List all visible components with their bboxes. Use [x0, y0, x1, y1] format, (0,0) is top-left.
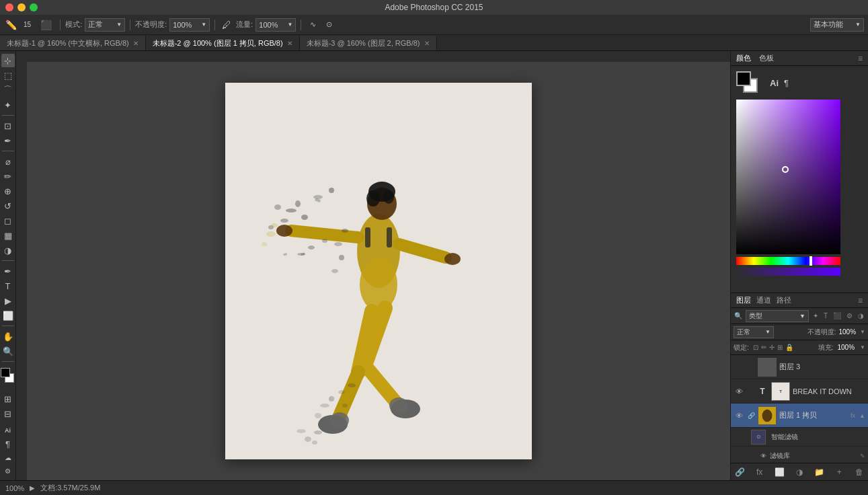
layer-item-layer1-copy[interactable]: 👁 🔗 图层 1 拷贝 fx ▲ [731, 404, 868, 428]
layer1copy-arrow[interactable]: ▲ [859, 412, 865, 419]
layer-adjustment-button[interactable]: ◑ [793, 466, 805, 478]
swatch-tab[interactable]: 色板 [759, 53, 774, 63]
svg-point-22 [295, 200, 301, 207]
text-layer-visibility[interactable]: 👁 [734, 386, 744, 397]
tab-2-close[interactable]: ✕ [424, 40, 430, 47]
canvas-viewport[interactable] [27, 62, 730, 480]
color-spectrum[interactable] [736, 100, 840, 254]
filter-icon-4[interactable]: ⚙ [846, 312, 853, 319]
shape-tool[interactable]: ⬜ [1, 309, 15, 322]
color-chips[interactable] [1, 368, 15, 388]
hue-bar[interactable] [736, 257, 840, 265]
brush-size[interactable]: 15 [20, 20, 34, 30]
tab-0-close[interactable]: ✕ [133, 40, 139, 47]
layers-tab[interactable]: 图层 [736, 295, 751, 305]
zoom-tool[interactable]: 🔍 [1, 344, 15, 358]
lock-transparent-icon[interactable]: ⊡ [753, 344, 758, 351]
fill-arrow[interactable]: ▼ [860, 344, 865, 350]
flow-dropdown[interactable]: 100% ▼ [255, 18, 296, 32]
tab-1-close[interactable]: ✕ [287, 40, 292, 47]
opacity-arrow[interactable]: ▼ [860, 329, 865, 335]
layer-link-button[interactable]: 🔗 [734, 466, 746, 478]
quick-mask-tool[interactable]: ⊞ [1, 392, 15, 406]
path-select-tool[interactable]: ▶ [1, 294, 15, 307]
brush-tool-icon[interactable]: ✏️ [4, 18, 17, 32]
sublayer-filterlibrary[interactable]: 👁 滤镜库 ✎ [731, 447, 868, 463]
filter-type-dropdown[interactable]: 类型 ▼ [746, 310, 809, 322]
gradient-tool[interactable]: ▦ [1, 229, 15, 242]
blend-mode-dropdown[interactable]: 正常 ▼ [734, 326, 774, 338]
pressure-icon[interactable]: ⊙ [322, 18, 336, 32]
opacity-dropdown[interactable]: 100% ▼ [169, 18, 210, 32]
svg-point-45 [315, 413, 321, 418]
minimize-button[interactable] [17, 3, 26, 11]
layer-new-button[interactable]: + [833, 466, 845, 478]
filter-icon-1[interactable]: ✦ [813, 312, 818, 319]
lock-position-icon[interactable]: ✛ [769, 344, 775, 351]
airbrush-icon[interactable]: 🖊 [220, 18, 233, 32]
layer-group-button[interactable]: 📁 [814, 466, 826, 478]
layer-item-layer3[interactable]: 👁 图层 3 [731, 355, 868, 379]
channels-tab[interactable]: 通道 [756, 295, 771, 305]
screen-mode-tool[interactable]: ⊟ [1, 407, 15, 420]
mode-dropdown[interactable]: 正常 ▼ [85, 18, 125, 32]
spectrum-area[interactable] [731, 97, 868, 278]
eraser-tool[interactable]: ◻ [1, 214, 15, 227]
layer-mask-button[interactable]: ⬜ [773, 466, 785, 478]
crop-tool[interactable]: ⊡ [1, 119, 15, 132]
smoothing-icon[interactable]: ∿ [306, 18, 319, 32]
layer-item-text[interactable]: 👁 T T BREAK IT DOWN [731, 379, 868, 404]
pen-tool[interactable]: ✒ [1, 264, 15, 278]
eyedropper-tool[interactable]: ✒ [1, 134, 15, 147]
fg-color[interactable] [1, 368, 10, 377]
lock-artboard-icon[interactable]: ⊞ [777, 344, 783, 351]
sep4 [301, 20, 301, 30]
filter-icon-2[interactable]: T [824, 312, 828, 319]
paragraph-icon[interactable]: ¶ [1, 437, 15, 451]
text-tool[interactable]: T [1, 279, 15, 293]
maximize-button[interactable] [30, 3, 38, 11]
zoom-icon[interactable]: ▶ [30, 484, 35, 492]
clone-stamp-tool[interactable]: ⊕ [1, 184, 15, 198]
filter-icon-5[interactable]: ◑ [858, 312, 864, 319]
workspace-dropdown[interactable]: 基本功能 ▼ [810, 18, 864, 32]
lock-all-icon[interactable]: 🔒 [785, 344, 793, 351]
layer-fx-button[interactable]: fx [754, 466, 766, 478]
layers-settings-icon[interactable]: ≡ [858, 296, 863, 305]
healing-brush-tool[interactable]: ⌀ [1, 155, 15, 168]
tab-0[interactable]: 未标题-1 @ 160% (中文横标, RGB/8) ✕ [0, 36, 146, 50]
color-tab[interactable]: 颜色 [736, 53, 751, 63]
brush-tool[interactable]: ✏ [1, 169, 15, 183]
move-tool[interactable]: ⊹ [1, 54, 15, 67]
dodge-tool[interactable]: ◑ [1, 243, 15, 257]
cloud-icon[interactable]: ☁ [1, 451, 15, 464]
magic-wand-tool[interactable]: ✦ [1, 98, 15, 112]
svg-point-48 [305, 436, 311, 442]
opacity-value[interactable]: 100% [839, 328, 857, 336]
lasso-tool[interactable]: ⌒ [1, 83, 15, 97]
alpha-bar[interactable] [736, 268, 840, 276]
marquee-tool[interactable]: ⬚ [1, 69, 15, 82]
tab-2[interactable]: 未标题-3 @ 160% (图层 2, RGB/8) ✕ [300, 36, 437, 50]
layer1copy-visibility[interactable]: 👁 [734, 410, 744, 421]
ai-icon[interactable]: Ai [1, 424, 15, 437]
filter-search-icon[interactable]: 🔍 [734, 311, 743, 321]
settings-icon[interactable]: ⚙ [1, 464, 15, 478]
hand-tool[interactable]: ✋ [1, 330, 15, 343]
filterlibrary-edit[interactable]: ✎ [860, 453, 865, 459]
lock-paint-icon[interactable]: ✏ [761, 344, 766, 351]
history-brush-tool[interactable]: ↺ [1, 199, 15, 213]
layer-delete-button[interactable]: 🗑 [853, 466, 865, 478]
fg-bg-chips[interactable] [736, 71, 762, 94]
close-button[interactable] [5, 3, 13, 11]
color-settings-icon[interactable]: ≡ [858, 54, 863, 63]
filterlibrary-visibility[interactable]: 👁 [759, 451, 767, 461]
paths-tab[interactable]: 路径 [777, 295, 791, 305]
brush-options[interactable]: ⬛ [37, 18, 55, 32]
fg-chip[interactable] [736, 71, 751, 86]
tab-1[interactable]: 未标题-2 @ 100% (图层 1 拷贝, RGB/8) ✕ [146, 36, 300, 50]
svg-rect-2 [365, 227, 370, 248]
filter-icon-3[interactable]: ⬛ [833, 312, 841, 319]
fill-value[interactable]: 100% [838, 344, 855, 351]
canvas-area [16, 51, 730, 480]
